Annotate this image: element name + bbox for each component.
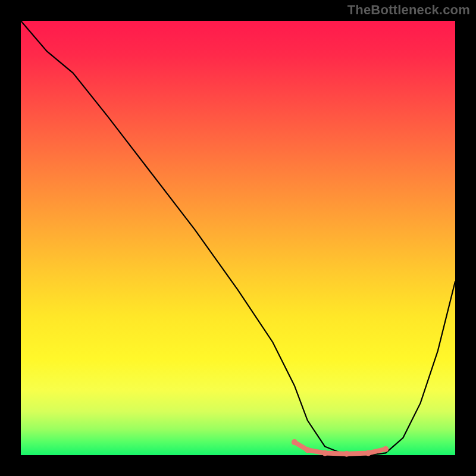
chart-frame: TheBottleneck.com bbox=[0, 0, 476, 476]
plot-area bbox=[21, 21, 455, 455]
optimum-dot bbox=[365, 450, 371, 456]
optimum-dot bbox=[322, 450, 328, 456]
optimum-dot bbox=[292, 439, 298, 445]
watermark-text: TheBottleneck.com bbox=[347, 2, 470, 18]
bottleneck-curve bbox=[21, 21, 455, 455]
optimum-dot bbox=[344, 451, 350, 457]
chart-svg bbox=[21, 21, 455, 455]
optimum-dot bbox=[305, 447, 311, 453]
optimum-dot bbox=[383, 446, 389, 452]
